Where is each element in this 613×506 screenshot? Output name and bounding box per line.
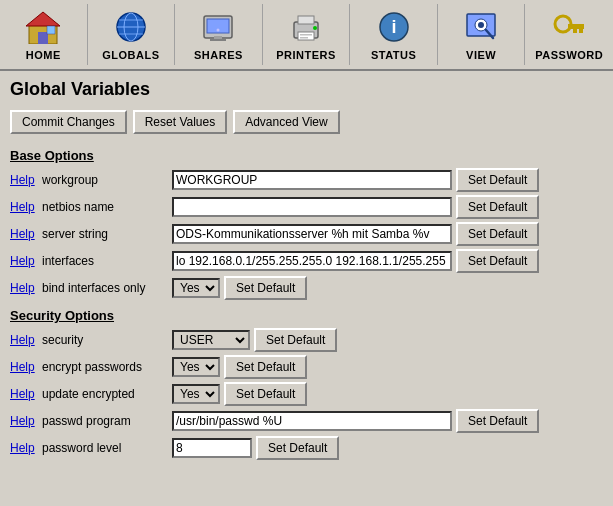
bind-interfaces-group: Yes No Set Default — [172, 276, 307, 300]
svg-marker-1 — [26, 12, 60, 26]
help-netbios[interactable]: Help — [10, 200, 42, 214]
set-default-workgroup[interactable]: Set Default — [456, 168, 539, 192]
input-passwd-program[interactable] — [172, 411, 452, 431]
set-default-encrypt[interactable]: Set Default — [224, 355, 307, 379]
set-default-server-string[interactable]: Set Default — [456, 222, 539, 246]
main-content: Global Variables Commit Changes Reset Va… — [0, 71, 613, 471]
encrypt-group: Yes No Set Default — [172, 355, 307, 379]
svg-rect-12 — [210, 39, 226, 41]
nav-globals-label: GLOBALS — [102, 49, 159, 61]
svg-rect-3 — [47, 26, 55, 34]
set-default-security[interactable]: Set Default — [254, 328, 337, 352]
label-security: security — [42, 333, 172, 347]
nav-password-label: PASSWORD — [535, 49, 603, 61]
field-row-password-level: Help password level Set Default — [10, 436, 603, 460]
nav-home[interactable]: HOME — [0, 4, 88, 65]
help-server-string[interactable]: Help — [10, 227, 42, 241]
view-icon — [461, 8, 501, 46]
svg-rect-29 — [573, 28, 577, 33]
set-default-password-level[interactable]: Set Default — [256, 436, 339, 460]
label-netbios: netbios name — [42, 200, 172, 214]
svg-point-13 — [217, 29, 220, 32]
help-passwd-program[interactable]: Help — [10, 414, 42, 428]
svg-rect-15 — [298, 16, 314, 24]
field-row-workgroup: Help workgroup Set Default — [10, 168, 603, 192]
select-encrypt[interactable]: Yes No — [172, 357, 220, 377]
set-default-update-encrypted[interactable]: Set Default — [224, 382, 307, 406]
set-default-passwd-program[interactable]: Set Default — [456, 409, 539, 433]
field-row-update-encrypted: Help update encrypted Yes No Set Default — [10, 382, 603, 406]
input-password-level[interactable] — [172, 438, 252, 458]
password-level-group: Set Default — [172, 436, 339, 460]
help-bind-interfaces[interactable]: Help — [10, 281, 42, 295]
select-bind-interfaces[interactable]: Yes No — [172, 278, 220, 298]
commit-changes-button[interactable]: Commit Changes — [10, 110, 127, 134]
svg-rect-18 — [300, 34, 312, 36]
svg-text:i: i — [391, 17, 396, 37]
nav-home-label: HOME — [26, 49, 61, 61]
password-icon — [549, 8, 589, 46]
input-workgroup[interactable] — [172, 170, 452, 190]
svg-rect-2 — [38, 32, 48, 44]
input-netbios[interactable] — [172, 197, 452, 217]
security-options-header: Security Options — [10, 308, 603, 323]
help-encrypt[interactable]: Help — [10, 360, 42, 374]
svg-rect-16 — [298, 32, 314, 40]
field-row-bind-interfaces: Help bind interfaces only Yes No Set Def… — [10, 276, 603, 300]
label-server-string: server string — [42, 227, 172, 241]
set-default-bind-interfaces[interactable]: Set Default — [224, 276, 307, 300]
field-row-server-string: Help server string Set Default — [10, 222, 603, 246]
field-row-passwd-program: Help passwd program Set Default — [10, 409, 603, 433]
label-interfaces: interfaces — [42, 254, 172, 268]
field-row-security: Help security USER SHARE SERVER DOMAIN S… — [10, 328, 603, 352]
printer-icon — [286, 8, 326, 46]
label-update-encrypted: update encrypted — [42, 387, 172, 401]
home-icon — [23, 8, 63, 46]
nav-status[interactable]: i STATUS — [350, 4, 438, 65]
svg-point-24 — [478, 22, 484, 28]
globe-icon — [111, 8, 151, 46]
svg-rect-28 — [579, 28, 583, 33]
label-workgroup: workgroup — [42, 173, 172, 187]
label-bind-interfaces: bind interfaces only — [42, 281, 172, 295]
nav-password[interactable]: PASSWORD — [525, 4, 613, 65]
base-options-header: Base Options — [10, 148, 603, 163]
help-password-level[interactable]: Help — [10, 441, 42, 455]
field-row-interfaces: Help interfaces Set Default — [10, 249, 603, 273]
shares-icon — [198, 8, 238, 46]
nav-shares-label: SHARES — [194, 49, 243, 61]
advanced-view-button[interactable]: Advanced View — [233, 110, 340, 134]
svg-rect-19 — [300, 37, 308, 39]
label-passwd-program: passwd program — [42, 414, 172, 428]
field-row-encrypt: Help encrypt passwords Yes No Set Defaul… — [10, 355, 603, 379]
nav-status-label: STATUS — [371, 49, 416, 61]
nav-bar: HOME GLOBALS SHARES — [0, 0, 613, 71]
label-encrypt: encrypt passwords — [42, 360, 172, 374]
set-default-netbios[interactable]: Set Default — [456, 195, 539, 219]
help-security[interactable]: Help — [10, 333, 42, 347]
set-default-interfaces[interactable]: Set Default — [456, 249, 539, 273]
nav-printers[interactable]: PRINTERS — [263, 4, 351, 65]
help-update-encrypted[interactable]: Help — [10, 387, 42, 401]
input-interfaces[interactable] — [172, 251, 452, 271]
status-icon: i — [374, 8, 414, 46]
field-row-netbios: Help netbios name Set Default — [10, 195, 603, 219]
reset-values-button[interactable]: Reset Values — [133, 110, 227, 134]
select-update-encrypted[interactable]: Yes No — [172, 384, 220, 404]
nav-view[interactable]: VIEW — [438, 4, 526, 65]
page-title: Global Variables — [10, 79, 603, 100]
svg-point-17 — [313, 26, 317, 30]
label-password-level: password level — [42, 441, 172, 455]
update-encrypted-group: Yes No Set Default — [172, 382, 307, 406]
help-workgroup[interactable]: Help — [10, 173, 42, 187]
select-security[interactable]: USER SHARE SERVER DOMAIN — [172, 330, 250, 350]
action-row: Commit Changes Reset Values Advanced Vie… — [10, 110, 603, 134]
nav-shares[interactable]: SHARES — [175, 4, 263, 65]
help-interfaces[interactable]: Help — [10, 254, 42, 268]
nav-printers-label: PRINTERS — [276, 49, 336, 61]
nav-view-label: VIEW — [466, 49, 496, 61]
nav-globals[interactable]: GLOBALS — [88, 4, 176, 65]
security-group: USER SHARE SERVER DOMAIN Set Default — [172, 328, 337, 352]
input-server-string[interactable] — [172, 224, 452, 244]
